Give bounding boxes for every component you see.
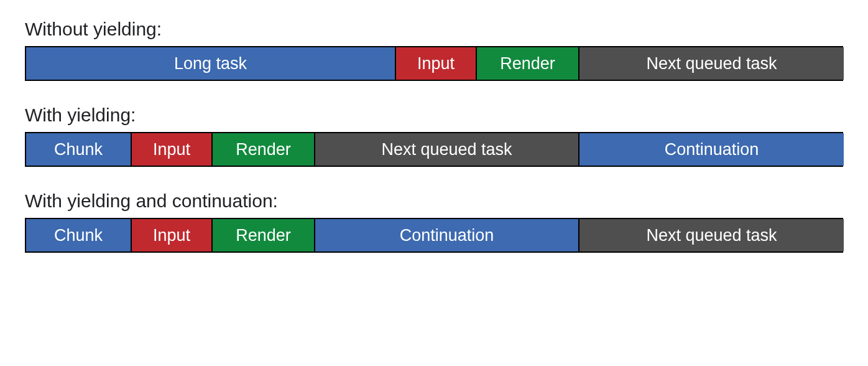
segment-chunk: Chunk: [26, 133, 132, 166]
segment-render: Render: [213, 219, 315, 251]
segment-render: Render: [477, 47, 579, 80]
task-bar: ChunkInputRenderNext queued taskContinua…: [25, 132, 843, 167]
segment-next-queued-task: Next queued task: [315, 133, 579, 166]
section-title: With yielding and continuation:: [25, 190, 843, 212]
section-title: Without yielding:: [25, 19, 843, 40]
segment-render: Render: [213, 133, 315, 166]
segment-input: Input: [396, 47, 477, 80]
section: With yielding and continuation:ChunkInpu…: [25, 190, 843, 253]
task-bar: Long taskInputRenderNext queued task: [25, 46, 843, 81]
segment-next-queued-task: Next queued task: [579, 219, 844, 251]
segment-chunk: Chunk: [26, 219, 132, 251]
section: With yielding:ChunkInputRenderNext queue…: [25, 105, 843, 167]
segment-input: Input: [132, 133, 213, 166]
section: Without yielding:Long taskInputRenderNex…: [25, 19, 843, 81]
diagram-root: Without yielding:Long taskInputRenderNex…: [25, 19, 843, 253]
segment-input: Input: [132, 219, 213, 251]
segment-continuation: Continuation: [315, 219, 579, 251]
segment-continuation: Continuation: [579, 133, 844, 166]
segment-long-task: Long task: [26, 47, 396, 80]
segment-next-queued-task: Next queued task: [579, 47, 844, 80]
task-bar: ChunkInputRenderContinuationNext queued …: [25, 218, 843, 253]
section-title: With yielding:: [25, 105, 843, 126]
